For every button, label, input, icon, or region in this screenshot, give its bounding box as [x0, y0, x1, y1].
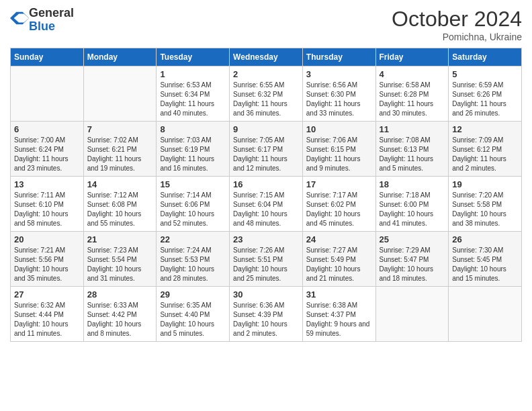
day-number: 31: [306, 289, 372, 300]
day-info: Sunrise: 6:58 AM Sunset: 6:28 PM Dayligh…: [380, 81, 445, 118]
day-info: Sunrise: 6:35 AM Sunset: 4:40 PM Dayligh…: [160, 301, 226, 338]
day-number: 6: [14, 124, 80, 134]
calendar-cell: 16Sunrise: 7:15 AM Sunset: 6:04 PM Dayli…: [230, 177, 303, 232]
day-number: 19: [452, 179, 518, 189]
day-info: Sunrise: 7:23 AM Sunset: 5:54 PM Dayligh…: [87, 246, 153, 283]
day-info: Sunrise: 7:14 AM Sunset: 6:06 PM Dayligh…: [160, 191, 226, 228]
calendar-cell: 5Sunrise: 6:59 AM Sunset: 6:26 PM Daylig…: [449, 66, 522, 122]
calendar-cell: 7Sunrise: 7:02 AM Sunset: 6:21 PM Daylig…: [83, 122, 157, 177]
calendar-cell: 9Sunrise: 7:05 AM Sunset: 6:17 PM Daylig…: [230, 122, 303, 177]
day-info: Sunrise: 7:08 AM Sunset: 6:13 PM Dayligh…: [380, 136, 445, 173]
day-info: Sunrise: 6:55 AM Sunset: 6:32 PM Dayligh…: [233, 81, 299, 118]
day-number: 29: [160, 289, 226, 300]
day-number: 23: [233, 234, 299, 244]
calendar-cell: 11Sunrise: 7:08 AM Sunset: 6:13 PM Dayli…: [375, 122, 449, 177]
day-number: 10: [306, 124, 372, 134]
calendar-cell: 21Sunrise: 7:23 AM Sunset: 5:54 PM Dayli…: [83, 232, 157, 287]
calendar-cell: 10Sunrise: 7:06 AM Sunset: 6:15 PM Dayli…: [302, 122, 375, 177]
day-number: 15: [160, 179, 226, 189]
day-info: Sunrise: 7:00 AM Sunset: 6:24 PM Dayligh…: [14, 136, 80, 173]
day-info: Sunrise: 6:38 AM Sunset: 4:37 PM Dayligh…: [306, 301, 372, 338]
calendar-cell: 31Sunrise: 6:38 AM Sunset: 4:37 PM Dayli…: [302, 287, 375, 342]
calendar-cell: 1Sunrise: 6:53 AM Sunset: 6:34 PM Daylig…: [157, 66, 230, 122]
day-info: Sunrise: 7:11 AM Sunset: 6:10 PM Dayligh…: [14, 191, 80, 228]
col-header-monday: Monday: [83, 48, 157, 66]
calendar-cell: 2Sunrise: 6:55 AM Sunset: 6:32 PM Daylig…: [230, 66, 303, 122]
day-number: 24: [306, 234, 372, 244]
col-header-saturday: Saturday: [449, 48, 522, 66]
day-info: Sunrise: 7:06 AM Sunset: 6:15 PM Dayligh…: [306, 136, 372, 173]
calendar-cell: [449, 287, 522, 342]
day-info: Sunrise: 7:12 AM Sunset: 6:08 PM Dayligh…: [87, 191, 153, 228]
day-number: 25: [380, 234, 445, 244]
week-row-2: 6Sunrise: 7:00 AM Sunset: 6:24 PM Daylig…: [11, 122, 522, 177]
week-row-4: 20Sunrise: 7:21 AM Sunset: 5:56 PM Dayli…: [11, 232, 522, 287]
day-info: Sunrise: 6:53 AM Sunset: 6:34 PM Dayligh…: [160, 81, 226, 118]
month-title: October 2024: [392, 7, 522, 32]
day-number: 27: [14, 289, 80, 300]
day-info: Sunrise: 6:59 AM Sunset: 6:26 PM Dayligh…: [452, 81, 518, 118]
logo: General Blue: [10, 7, 74, 34]
calendar-cell: [375, 287, 449, 342]
week-row-5: 27Sunrise: 6:32 AM Sunset: 4:44 PM Dayli…: [11, 287, 522, 342]
calendar-cell: 30Sunrise: 6:36 AM Sunset: 4:39 PM Dayli…: [230, 287, 303, 342]
day-number: 16: [233, 179, 299, 189]
day-info: Sunrise: 6:56 AM Sunset: 6:30 PM Dayligh…: [306, 81, 372, 118]
week-row-1: 1Sunrise: 6:53 AM Sunset: 6:34 PM Daylig…: [11, 66, 522, 122]
day-number: 11: [380, 124, 445, 134]
calendar-cell: [83, 66, 157, 122]
calendar-cell: 14Sunrise: 7:12 AM Sunset: 6:08 PM Dayli…: [83, 177, 157, 232]
col-header-sunday: Sunday: [11, 48, 84, 66]
day-number: 8: [160, 124, 226, 134]
day-number: 17: [306, 179, 372, 189]
day-info: Sunrise: 7:18 AM Sunset: 6:00 PM Dayligh…: [380, 191, 445, 228]
col-header-tuesday: Tuesday: [157, 48, 230, 66]
calendar-cell: [11, 66, 84, 122]
day-info: Sunrise: 7:05 AM Sunset: 6:17 PM Dayligh…: [233, 136, 299, 173]
day-number: 26: [452, 234, 518, 244]
calendar-header-row: SundayMondayTuesdayWednesdayThursdayFrid…: [11, 48, 522, 66]
day-number: 4: [380, 69, 445, 79]
logo-general: General: [29, 6, 74, 19]
calendar-cell: 24Sunrise: 7:27 AM Sunset: 5:49 PM Dayli…: [302, 232, 375, 287]
day-number: 5: [452, 69, 518, 79]
title-block: October 2024 Pomichna, Ukraine: [392, 7, 522, 42]
day-number: 20: [14, 234, 80, 244]
day-number: 9: [233, 124, 299, 134]
day-info: Sunrise: 7:27 AM Sunset: 5:49 PM Dayligh…: [306, 246, 372, 283]
day-info: Sunrise: 6:33 AM Sunset: 4:42 PM Dayligh…: [87, 301, 153, 338]
day-number: 22: [160, 234, 226, 244]
calendar-cell: 12Sunrise: 7:09 AM Sunset: 6:12 PM Dayli…: [449, 122, 522, 177]
calendar-cell: 13Sunrise: 7:11 AM Sunset: 6:10 PM Dayli…: [11, 177, 84, 232]
day-info: Sunrise: 7:26 AM Sunset: 5:51 PM Dayligh…: [233, 246, 299, 283]
day-number: 2: [233, 69, 299, 79]
calendar-cell: 23Sunrise: 7:26 AM Sunset: 5:51 PM Dayli…: [230, 232, 303, 287]
day-info: Sunrise: 7:29 AM Sunset: 5:47 PM Dayligh…: [380, 246, 445, 283]
day-number: 28: [87, 289, 153, 300]
day-info: Sunrise: 6:32 AM Sunset: 4:44 PM Dayligh…: [14, 301, 80, 338]
day-number: 7: [87, 124, 153, 134]
day-info: Sunrise: 7:24 AM Sunset: 5:53 PM Dayligh…: [160, 246, 226, 283]
day-info: Sunrise: 7:02 AM Sunset: 6:21 PM Dayligh…: [87, 136, 153, 173]
day-number: 14: [87, 179, 153, 189]
day-number: 30: [233, 289, 299, 300]
location-subtitle: Pomichna, Ukraine: [392, 32, 522, 42]
calendar-cell: 29Sunrise: 6:35 AM Sunset: 4:40 PM Dayli…: [157, 287, 230, 342]
calendar-cell: 4Sunrise: 6:58 AM Sunset: 6:28 PM Daylig…: [375, 66, 449, 122]
calendar-cell: 15Sunrise: 7:14 AM Sunset: 6:06 PM Dayli…: [157, 177, 230, 232]
calendar-cell: 18Sunrise: 7:18 AM Sunset: 6:00 PM Dayli…: [375, 177, 449, 232]
day-info: Sunrise: 7:15 AM Sunset: 6:04 PM Dayligh…: [233, 191, 299, 228]
day-info: Sunrise: 7:30 AM Sunset: 5:45 PM Dayligh…: [452, 246, 518, 283]
week-row-3: 13Sunrise: 7:11 AM Sunset: 6:10 PM Dayli…: [11, 177, 522, 232]
day-number: 21: [87, 234, 153, 244]
day-info: Sunrise: 6:36 AM Sunset: 4:39 PM Dayligh…: [233, 301, 299, 338]
calendar-cell: 8Sunrise: 7:03 AM Sunset: 6:19 PM Daylig…: [157, 122, 230, 177]
col-header-thursday: Thursday: [302, 48, 375, 66]
calendar-cell: 26Sunrise: 7:30 AM Sunset: 5:45 PM Dayli…: [449, 232, 522, 287]
day-info: Sunrise: 7:03 AM Sunset: 6:19 PM Dayligh…: [160, 136, 226, 173]
day-info: Sunrise: 7:20 AM Sunset: 5:58 PM Dayligh…: [452, 191, 518, 228]
calendar-cell: 19Sunrise: 7:20 AM Sunset: 5:58 PM Dayli…: [449, 177, 522, 232]
calendar-cell: 27Sunrise: 6:32 AM Sunset: 4:44 PM Dayli…: [11, 287, 84, 342]
day-number: 18: [380, 179, 445, 189]
day-number: 12: [452, 124, 518, 134]
